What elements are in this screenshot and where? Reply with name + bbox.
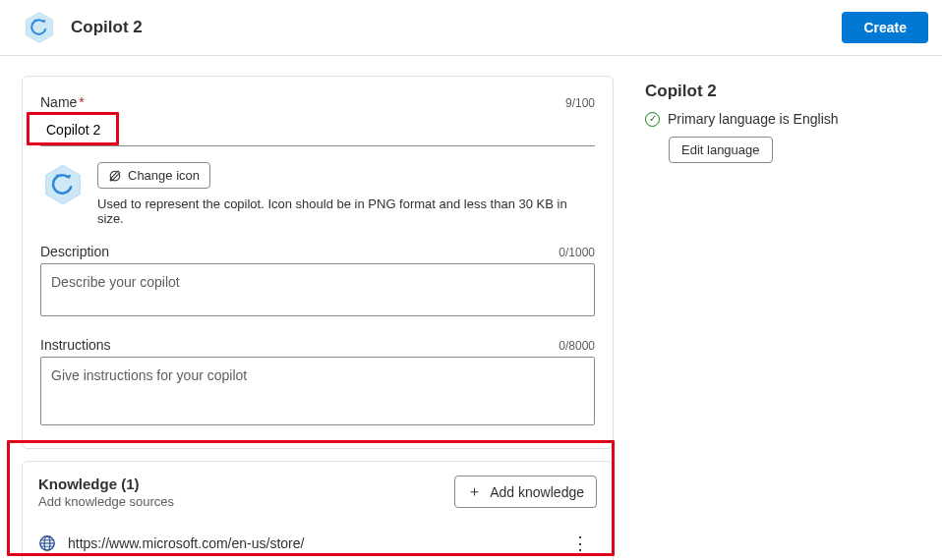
- language-status: ✓ Primary language is English: [645, 111, 907, 127]
- name-char-count: 9/100: [565, 96, 595, 110]
- add-knowledge-button[interactable]: ＋ Add knowledge: [454, 476, 597, 508]
- svg-marker-0: [27, 13, 53, 43]
- required-indicator: *: [79, 94, 84, 110]
- check-circle-icon: ✓: [645, 112, 660, 127]
- svg-point-2: [31, 23, 33, 25]
- edit-language-button[interactable]: Edit language: [669, 137, 773, 163]
- more-vertical-icon: ⋮: [571, 533, 589, 553]
- create-button[interactable]: Create: [842, 12, 928, 43]
- svg-point-5: [53, 178, 55, 180]
- sidebar-title: Copilot 2: [645, 82, 907, 101]
- description-label: Description: [40, 244, 109, 259]
- plus-icon: ＋: [467, 482, 482, 501]
- svg-marker-3: [46, 165, 81, 203]
- page-title: Copilot 2: [71, 18, 143, 37]
- knowledge-title: Knowledge (1): [38, 476, 174, 492]
- svg-point-4: [56, 174, 59, 177]
- description-input[interactable]: [40, 263, 595, 316]
- copilot-icon: [22, 10, 57, 45]
- icon-helper-text: Used to represent the copilot. Icon shou…: [97, 196, 595, 226]
- add-knowledge-label: Add knowledge: [490, 484, 584, 500]
- change-icon-button[interactable]: Change icon: [97, 162, 210, 189]
- knowledge-item[interactable]: https://www.microsoft.com/en-us/store/ ⋮: [38, 531, 597, 556]
- name-label: Name: [40, 94, 77, 110]
- knowledge-card: Knowledge (1) Add knowledge sources ＋ Ad…: [22, 461, 614, 560]
- svg-point-1: [33, 20, 35, 22]
- instructions-label: Instructions: [40, 337, 111, 353]
- copilot-avatar-icon: [40, 162, 86, 207]
- edit-icon: [108, 169, 122, 183]
- description-char-count: 0/1000: [559, 246, 595, 259]
- globe-icon: [38, 534, 56, 552]
- change-icon-label: Change icon: [128, 168, 200, 183]
- instructions-char-count: 0/8000: [559, 339, 595, 353]
- knowledge-item-more-button[interactable]: ⋮: [563, 531, 597, 556]
- topbar: Copilot 2 Create: [0, 0, 942, 56]
- knowledge-subtitle: Add knowledge sources: [38, 494, 174, 509]
- knowledge-url: https://www.microsoft.com/en-us/store/: [68, 535, 552, 551]
- topbar-left: Copilot 2: [22, 10, 143, 45]
- form-area: Name* 9/100: [0, 56, 621, 560]
- sidebar: Copilot 2 ✓ Primary language is English …: [621, 56, 916, 560]
- language-status-text: Primary language is English: [668, 111, 839, 127]
- instructions-input[interactable]: [40, 357, 595, 425]
- main-form-card: Name* 9/100: [22, 76, 614, 449]
- name-input[interactable]: [40, 114, 595, 146]
